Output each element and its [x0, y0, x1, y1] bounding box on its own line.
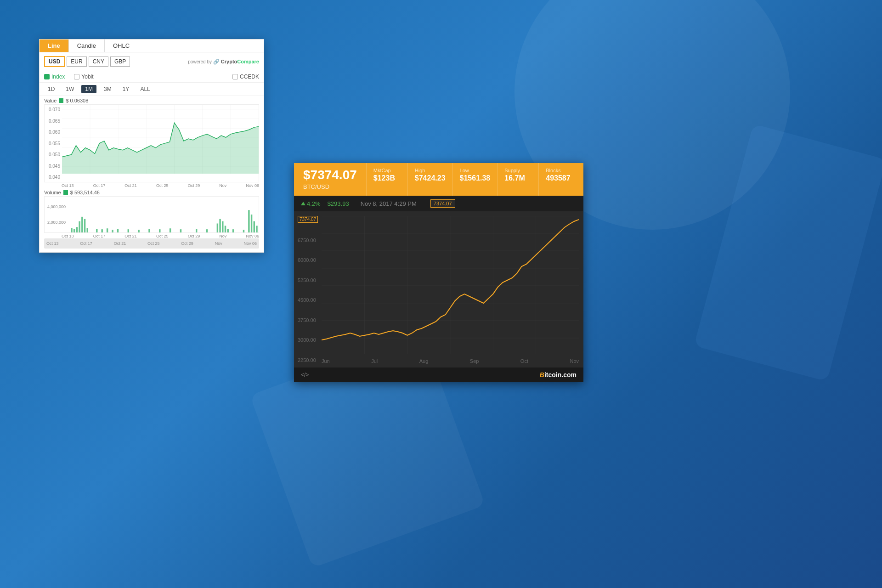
svg-rect-34 — [217, 224, 218, 233]
svg-rect-25 — [117, 229, 119, 232]
supply-value: 16.7M — [504, 174, 531, 182]
btc-price-chart: 7374.07 6750.00 6000.00 5250.00 4500.00 … — [294, 211, 583, 368]
currency-usd[interactable]: USD — [44, 56, 65, 67]
bitcoin-rest: itcoin.com — [544, 371, 577, 379]
svg-rect-30 — [170, 228, 171, 232]
volume-color-indicator — [63, 190, 68, 195]
main-chart: 0.070 0.065 0.060 0.055 0.050 0.045 0.04… — [44, 104, 259, 182]
high-value: $7424.23 — [415, 174, 446, 182]
timerange-3m[interactable]: 3M — [100, 85, 115, 93]
svg-rect-43 — [254, 221, 255, 232]
exchange-selector: Index Yobit CCEDK — [40, 71, 264, 83]
currency-cny[interactable]: CNY — [89, 57, 108, 67]
stat-high: High $7424.23 — [408, 163, 453, 196]
volume-x-labels: Oct 13 Oct 17 Oct 21 Oct 25 Oct 29 Nov N… — [44, 233, 259, 238]
svg-marker-13 — [62, 123, 259, 174]
main-chart-section: Value $ 0.06308 0.070 0.065 0.060 0.055 … — [40, 96, 264, 188]
change-amount: $293.93 — [328, 200, 349, 207]
btc-pair: BTC/USD — [303, 183, 357, 190]
volume-y-labels: 4,000,000 2,000,000 — [45, 197, 68, 232]
svg-rect-19 — [84, 219, 85, 232]
chart-navigator[interactable]: Oct 13 Oct 17 Oct 21 Oct 25 Oct 29 Nov N… — [44, 238, 259, 249]
svg-rect-20 — [87, 228, 88, 232]
embed-button[interactable]: </> — [301, 372, 309, 378]
svg-rect-39 — [232, 229, 234, 232]
mktcap-value: $123B — [373, 174, 401, 182]
x-axis-labels: Oct 13 Oct 17 Oct 21 Oct 25 Oct 29 Nov N… — [44, 182, 259, 188]
stat-mktcap: MktCap $123B — [367, 163, 408, 196]
svg-rect-26 — [128, 229, 129, 232]
value-color-indicator — [59, 98, 63, 103]
svg-rect-15 — [74, 229, 75, 232]
stat-supply: Supply 16.7M — [498, 163, 539, 196]
mktcap-label: MktCap — [373, 168, 401, 173]
svg-rect-31 — [180, 229, 181, 232]
svg-rect-14 — [71, 228, 72, 232]
tab-ohlc[interactable]: OHLC — [104, 40, 138, 52]
svg-rect-40 — [243, 230, 244, 232]
index-label: Index — [51, 74, 65, 80]
timerange-1y[interactable]: 1Y — [119, 85, 133, 93]
svg-rect-17 — [79, 221, 80, 232]
svg-rect-44 — [256, 226, 257, 232]
svg-rect-35 — [219, 219, 220, 232]
up-arrow-icon — [301, 202, 305, 205]
stat-low: Low $1561.38 — [453, 163, 498, 196]
svg-rect-22 — [102, 229, 103, 232]
volume-chart-section: Volume $ 593,514.46 4,000,000 2,000,000 — [40, 188, 264, 238]
svg-rect-38 — [227, 229, 229, 232]
y-axis-labels: 0.070 0.065 0.060 0.055 0.050 0.045 0.04… — [45, 105, 62, 182]
exchange-ccedk[interactable]: CCEDK — [232, 74, 259, 80]
svg-rect-32 — [196, 229, 197, 232]
header-stats: MktCap $123B High $7424.23 Low $1561.38 … — [367, 163, 583, 196]
change-pct: 4.2% — [307, 200, 321, 207]
svg-rect-24 — [112, 230, 113, 232]
widget2-header: $7374.07 BTC/USD MktCap $123B High $7424… — [294, 163, 583, 196]
widget2-subheader: 4.2% $293.93 Nov 8, 2017 4:29 PM 7374.07 — [294, 196, 583, 211]
yobit-checkbox — [74, 74, 79, 79]
yobit-label: Yobit — [81, 74, 93, 80]
currency-selector: USD EUR CNY GBP powered by 🔗 CryptoCompa… — [40, 52, 264, 71]
supply-label: Supply — [504, 168, 531, 173]
price-timestamp: Nov 8, 2017 4:29 PM — [361, 200, 417, 207]
svg-rect-29 — [159, 229, 160, 232]
timerange-1d[interactable]: 1D — [44, 85, 58, 93]
ccedk-checkbox — [232, 74, 238, 79]
chart-svg-area — [62, 105, 259, 174]
exchange-index[interactable]: Index — [44, 74, 65, 80]
svg-rect-42 — [251, 215, 252, 232]
exchange-yobit[interactable]: Yobit — [74, 74, 93, 80]
btc-price-block: $7374.07 BTC/USD — [294, 163, 367, 196]
powered-by: powered by 🔗 CryptoCompare — [188, 59, 259, 65]
tab-candle[interactable]: Candle — [68, 40, 104, 52]
price-change: 4.2% — [301, 200, 321, 207]
timerange-1w[interactable]: 1W — [62, 85, 78, 93]
volume-chart: 4,000,000 2,000,000 — [44, 196, 259, 233]
svg-rect-37 — [225, 226, 226, 232]
low-value: $1561.38 — [460, 174, 491, 182]
svg-rect-28 — [148, 229, 150, 232]
timerange-all[interactable]: ALL — [136, 85, 153, 93]
blocks-value: 493587 — [546, 174, 573, 182]
svg-rect-23 — [107, 228, 108, 232]
ccedk-label: CCEDK — [240, 74, 259, 80]
svg-rect-16 — [76, 227, 78, 232]
blocks-label: Blocks — [546, 168, 573, 173]
stat-blocks: Blocks 493587 — [539, 163, 580, 196]
widget2-footer: </> Bitcoin.com — [294, 368, 583, 382]
chart2-x-axis: Jun Jul Aug Sep Oct Nov — [322, 358, 579, 364]
bitcoin-price-widget: $7374.07 BTC/USD MktCap $123B High $7424… — [294, 163, 583, 382]
bitcoin-logo: Bitcoin.com — [540, 371, 577, 379]
chart-type-tabs: Line Candle OHLC — [40, 40, 264, 52]
volume-label: Volume $ 593,514.46 — [44, 188, 259, 196]
currency-gbp[interactable]: GBP — [110, 57, 130, 67]
index-checkbox — [44, 74, 50, 79]
tab-line[interactable]: Line — [40, 40, 68, 52]
svg-rect-41 — [248, 210, 249, 232]
svg-rect-18 — [81, 217, 83, 232]
currency-eur[interactable]: EUR — [67, 57, 86, 67]
current-price-tag: 7374.07 — [430, 199, 455, 208]
timerange-1m[interactable]: 1M — [81, 85, 96, 93]
high-label: High — [415, 168, 446, 173]
svg-rect-27 — [138, 230, 139, 232]
